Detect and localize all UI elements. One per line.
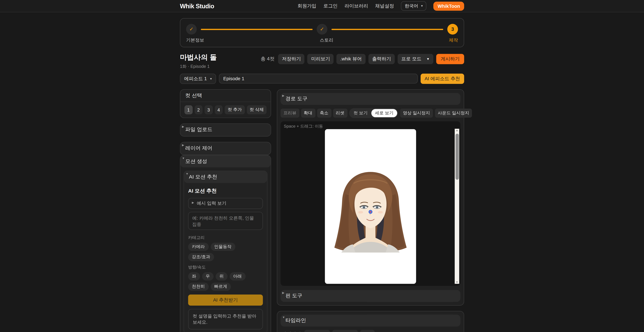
timeline-title: 타임라인 xyxy=(286,317,306,323)
timeline-zoom-slider[interactable] xyxy=(427,332,460,332)
pin-tool-header[interactable]: ▶ 핀 도구 xyxy=(280,290,460,302)
cut-button-3[interactable]: 3 xyxy=(205,105,212,114)
direction-chip-down[interactable]: 아래 xyxy=(230,272,246,280)
layer-control-section[interactable]: ▶ 레이어 제어 xyxy=(180,142,271,155)
whiktoon-button[interactable]: WhikToon xyxy=(434,2,464,11)
vertical-view-button[interactable]: 세로 보기 xyxy=(371,109,397,117)
triangle-right-icon: ▶ xyxy=(182,125,184,128)
view-mode-group: 컷 보기 세로 보기 xyxy=(349,108,398,118)
app-logo[interactable]: Whik Studio xyxy=(180,3,214,10)
category-chip-character-motion[interactable]: 인물동작 xyxy=(210,242,235,251)
timeline-header[interactable]: ▼ 타임라인 xyxy=(280,314,460,326)
canvas-panel: ▶ 경로 도구 프리뷰 확대 축소 리셋 컷 보기 세로 보기 xyxy=(277,89,464,306)
motion-create-panel: ▼ 모션 생성 ▼ AI 모션 추천 AI 모션 추천 xyxy=(180,155,271,332)
category-label: 카테고리 xyxy=(188,235,263,240)
character-illustration xyxy=(325,170,416,252)
canvas-viewport[interactable]: Space + 드래그: 이동 xyxy=(280,121,460,286)
delete-pin-key-button[interactable]: 핀 키 삭제 xyxy=(332,330,358,332)
publish-button[interactable]: 게시하기 xyxy=(436,54,464,64)
step-production-circle[interactable]: 3 xyxy=(447,24,458,35)
nav-library[interactable]: 라이브러리 xyxy=(344,3,368,9)
motion-pin-marker xyxy=(369,210,372,213)
check-icon: ✓ xyxy=(320,26,324,32)
export-button[interactable]: 출력하기 xyxy=(368,54,395,64)
zoom-out-button[interactable]: 축소 xyxy=(317,108,331,117)
category-chip-emphasis-effect[interactable]: 강조/효과 xyxy=(188,253,214,261)
direction-chip-up[interactable]: 위 xyxy=(216,272,227,280)
path-tool-header[interactable]: ▶ 경로 도구 xyxy=(280,93,460,105)
pause-sound-button[interactable]: 사운드 일시정지 xyxy=(435,108,472,117)
preview-button[interactable]: 미리보기 xyxy=(308,54,334,64)
motion-create-title: 모션 생성 xyxy=(185,158,207,164)
total-cuts-count: 총 4컷 xyxy=(260,56,274,62)
motion-create-header[interactable]: ▼ 모션 생성 xyxy=(180,155,271,167)
play-button[interactable]: 재생 xyxy=(360,330,374,332)
cut-button-4[interactable]: 4 xyxy=(214,105,222,114)
scroll-up-icon[interactable]: ▲ xyxy=(455,129,459,131)
timeline-panel: ▼ 타임라인 타임라인 핀 키 추가 핀 키 삭제 재생 0.00s / 12.… xyxy=(277,311,464,332)
language-value: 한국어 xyxy=(405,3,418,9)
file-upload-section[interactable]: ▶ 파일 업로드 xyxy=(180,123,271,136)
cut-button-1[interactable]: 1 xyxy=(184,105,192,114)
direction-chip-right[interactable]: 우 xyxy=(202,272,214,280)
zoom-in-button[interactable]: 확대 xyxy=(301,108,315,117)
timeline-time: 0.00s / 12.00s xyxy=(378,332,406,332)
chevron-down-icon: ▾ xyxy=(210,77,212,81)
scrollbar-thumb[interactable] xyxy=(455,133,458,180)
progress-stepper: ✓ ✓ 3 기본정보 스토리 제작 xyxy=(180,18,464,47)
language-select[interactable]: 한국어 ▾ xyxy=(401,1,426,11)
nav-channel-settings[interactable]: 채널설정 xyxy=(375,3,394,9)
recommend-hint: 컷 설명을 입력하고 추천을 받아보세요. xyxy=(188,309,263,329)
nav-signup[interactable]: 회원가입 xyxy=(298,3,316,9)
example-input-toggle[interactable]: ▶ 예시 입력 보기 xyxy=(188,198,263,209)
ai-motion-recommend-title: AI 모션 추천 xyxy=(189,174,217,180)
layer-control-title: 레이어 제어 xyxy=(185,145,212,151)
ai-motion-recommend-panel: ▼ AI 모션 추천 AI 모션 추천 ▶ 예시 입력 보기 카테고리 xyxy=(184,171,268,332)
whik-viewer-button[interactable]: .whik 뷰어 xyxy=(336,54,366,64)
triangle-down-icon: ▼ xyxy=(182,156,185,159)
add-pin-key-button[interactable]: 핀 키 추가 xyxy=(304,330,330,332)
check-icon: ✓ xyxy=(189,26,193,32)
canvas-scrollbar[interactable]: ▲ ▼ xyxy=(455,129,459,284)
step-connector xyxy=(201,29,312,30)
example-input-label: 예시 입력 보기 xyxy=(197,201,226,205)
canvas-hint: Space + 드래그: 이동 xyxy=(284,123,323,129)
ai-motion-recommend-header[interactable]: ▼ AI 모션 추천 xyxy=(184,171,267,183)
cut-view-button[interactable]: 컷 보기 xyxy=(350,109,371,117)
triangle-right-icon: ▶ xyxy=(182,143,184,147)
canvas-toolbar: 프리뷰 확대 축소 리셋 컷 보기 세로 보기 영상 일시정지 사운드 일시정지 xyxy=(280,108,460,118)
step-basic-info-circle[interactable]: ✓ xyxy=(186,24,197,35)
delete-cut-button[interactable]: 컷 삭제 xyxy=(247,105,267,114)
mode-select[interactable]: 프로 모드 ▼ xyxy=(398,54,434,64)
episode-title-input[interactable] xyxy=(219,74,418,84)
motion-prompt-input[interactable] xyxy=(188,212,263,230)
direction-chips: 좌 우 위 아래 천천히 빠르게 xyxy=(188,272,263,290)
triangle-right-icon: ▶ xyxy=(282,94,284,97)
ai-episode-recommend-button[interactable]: AI 에피소드 추천 xyxy=(420,73,464,84)
episode-select[interactable]: 에피소드 1 ▾ xyxy=(180,73,216,84)
reset-view-button[interactable]: 리셋 xyxy=(333,108,347,117)
category-chip-camera[interactable]: 카메라 xyxy=(188,242,208,251)
save-button[interactable]: 저장하기 xyxy=(278,54,305,64)
direction-chip-slowly[interactable]: 천천히 xyxy=(188,282,208,291)
cut-button-2[interactable]: 2 xyxy=(194,105,202,114)
timeline-controls: 타임라인 핀 키 추가 핀 키 삭제 재생 0.00s / 12.00s 줌 xyxy=(280,330,460,332)
workspace-column: ▶ 경로 도구 프리뷰 확대 축소 리셋 컷 보기 세로 보기 xyxy=(277,89,464,332)
direction-chip-fast[interactable]: 빠르게 xyxy=(210,282,231,291)
page-title: 마법사의 돌 xyxy=(180,54,217,61)
title-toolbar: 총 4컷 저장하기 미리보기 .whik 뷰어 출력하기 프로 모드 ▼ 게시하… xyxy=(260,54,464,64)
ai-motion-recommend-heading: AI 모션 추천 xyxy=(188,188,263,195)
step-story-circle[interactable]: ✓ xyxy=(317,24,327,35)
direction-chip-left[interactable]: 좌 xyxy=(188,272,200,280)
preview-tool-button[interactable]: 프리뷰 xyxy=(280,108,299,117)
get-ai-recommendation-button[interactable]: AI 추천받기 xyxy=(188,294,263,306)
cut-select-title: 컷 선택 xyxy=(180,90,271,102)
scroll-down-icon[interactable]: ▼ xyxy=(455,281,459,283)
canvas-page[interactable] xyxy=(325,129,416,284)
app-header: Whik Studio 회원가입 로그인 라이브러리 채널설정 한국어 ▾ Wh… xyxy=(0,0,644,12)
nav-login[interactable]: 로그인 xyxy=(324,3,338,9)
triangle-down-icon: ▼ xyxy=(186,172,188,175)
top-nav: 회원가입 로그인 라이브러리 채널설정 한국어 ▾ WhikToon xyxy=(298,1,464,11)
add-cut-button[interactable]: 컷 추가 xyxy=(225,105,245,114)
pause-video-button[interactable]: 영상 일시정지 xyxy=(400,108,433,117)
